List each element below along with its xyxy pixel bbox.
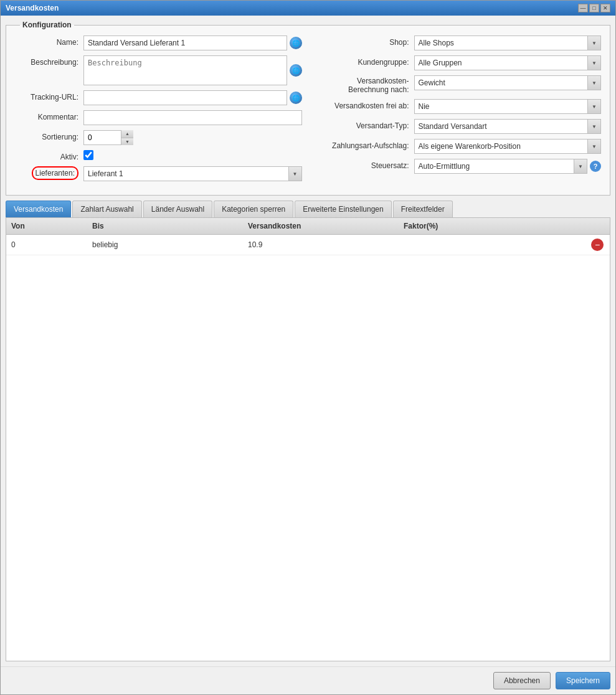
beschreibung-control: 🌐 bbox=[83, 55, 302, 85]
sortierung-down-button[interactable]: ▼ bbox=[121, 138, 133, 146]
tracking-input[interactable] bbox=[83, 90, 287, 105]
versandkosten-berechnung-row: Versandkosten-Berechnung nach: Gewicht ▼ bbox=[315, 75, 602, 94]
kundengruppe-select-wrapper: Alle Gruppen ▼ bbox=[414, 55, 602, 70]
beschreibung-input[interactable] bbox=[83, 55, 287, 85]
tracking-label: Tracking-URL: bbox=[15, 90, 83, 102]
versandkosten-frei-control: Nie ▼ bbox=[414, 99, 602, 114]
tab-zahlart-auswahl[interactable]: Zahlart Auswahl bbox=[72, 201, 141, 217]
aktiv-label: Aktiv: bbox=[15, 150, 83, 161]
window-controls: — □ ✕ bbox=[578, 4, 610, 12]
lieferanten-select[interactable]: Lieferant 1 bbox=[83, 166, 302, 181]
steuersatz-row: Steuersatz: Auto-Ermittlung ▼ ? bbox=[315, 159, 602, 174]
steuersatz-help-icon[interactable]: ? bbox=[590, 161, 601, 172]
col-versandkosten: Versandkosten bbox=[243, 222, 399, 230]
sortierung-up-button[interactable]: ▲ bbox=[121, 130, 133, 138]
col-faktor: Faktor(%) bbox=[399, 222, 585, 230]
tracking-control: 🌐 bbox=[83, 90, 302, 105]
cell-bis: beliebig bbox=[87, 240, 243, 249]
minimize-button[interactable]: — bbox=[578, 4, 588, 12]
sortierung-row: Sortierung: ▲ ▼ bbox=[15, 130, 302, 145]
versandkosten-berechnung-select-wrapper: Gewicht ▼ bbox=[414, 75, 602, 90]
steuersatz-select-wrapper: Auto-Ermittlung ▼ bbox=[414, 159, 588, 174]
tab-versandkosten[interactable]: Versandkosten bbox=[6, 201, 71, 217]
zahlungsart-row: Zahlungsart-Aufschlag: Als eigene Warenk… bbox=[315, 139, 602, 154]
konfiguration-fieldset: Konfiguration Name: 🌐 Beschreibung: bbox=[6, 21, 610, 196]
versandkosten-frei-row: Versandkosten frei ab: Nie ▼ bbox=[315, 99, 602, 114]
remove-row-button[interactable]: − bbox=[591, 239, 604, 251]
name-globe-icon[interactable]: 🌐 bbox=[290, 37, 302, 49]
steuersatz-select[interactable]: Auto-Ermittlung bbox=[414, 159, 588, 174]
window-body: Konfiguration Name: 🌐 Beschreibung: bbox=[1, 16, 615, 666]
tab-content: Von Bis Versandkosten Faktor(%) 0 belieb… bbox=[6, 217, 610, 661]
beschreibung-row: Beschreibung: 🌐 bbox=[15, 55, 302, 85]
shop-row: Shop: Alle Shops ▼ bbox=[315, 35, 602, 50]
versandkosten-frei-select-wrapper: Nie ▼ bbox=[414, 99, 602, 114]
tab-kategorien-sperren[interactable]: Kategorien sperren bbox=[214, 201, 293, 217]
zahlungsart-select[interactable]: Als eigene Warenkorb-Position bbox=[414, 139, 602, 154]
lieferanten-label: Lieferanten: bbox=[32, 166, 78, 180]
aktiv-row: Aktiv: bbox=[15, 150, 302, 161]
sortierung-label: Sortierung: bbox=[15, 130, 83, 141]
versandart-typ-select[interactable]: Standard Versandart bbox=[414, 119, 602, 134]
aktiv-checkbox[interactable] bbox=[83, 150, 93, 160]
name-row: Name: 🌐 bbox=[15, 35, 302, 50]
col-von: Von bbox=[6, 222, 87, 230]
name-label: Name: bbox=[15, 35, 83, 47]
table-row: 0 beliebig 10.9 − bbox=[6, 235, 610, 255]
versandkosten-frei-select[interactable]: Nie bbox=[414, 99, 602, 114]
zahlungsart-label: Zahlungsart-Aufschlag: bbox=[315, 139, 414, 150]
versandkosten-berechnung-select[interactable]: Gewicht bbox=[414, 75, 602, 90]
kundengruppe-select[interactable]: Alle Gruppen bbox=[414, 55, 602, 70]
shop-select-wrapper: Alle Shops ▼ bbox=[414, 35, 602, 50]
steuersatz-control: Auto-Ermittlung ▼ ? bbox=[414, 159, 602, 174]
sortierung-spinner: ▲ ▼ bbox=[83, 130, 133, 145]
versandart-typ-row: Versandart-Typ: Standard Versandart ▼ bbox=[315, 119, 602, 134]
sortierung-control: ▲ ▼ bbox=[83, 130, 302, 145]
beschreibung-globe-icon[interactable]: 🌐 bbox=[290, 64, 302, 77]
kommentar-input[interactable] bbox=[83, 110, 302, 125]
form-grid: Name: 🌐 Beschreibung: 🌐 bbox=[15, 35, 601, 186]
maximize-button[interactable]: □ bbox=[589, 4, 599, 12]
cancel-button[interactable]: Abbrechen bbox=[493, 672, 551, 689]
main-window: Versandkosten — □ ✕ Konfiguration Name: … bbox=[0, 0, 616, 695]
shop-select[interactable]: Alle Shops bbox=[414, 35, 602, 50]
fieldset-legend: Konfiguration bbox=[20, 21, 74, 29]
tabs-bar: Versandkosten Zahlart Auswahl Länder Aus… bbox=[6, 201, 610, 217]
name-input[interactable] bbox=[83, 35, 287, 50]
kommentar-label: Kommentar: bbox=[15, 110, 83, 121]
name-control: 🌐 bbox=[83, 35, 302, 50]
tracking-globe-icon[interactable]: 🌐 bbox=[290, 92, 302, 104]
kundengruppe-label: Kundengruppe: bbox=[315, 55, 414, 67]
zahlungsart-select-wrapper: Als eigene Warenkorb-Position ▼ bbox=[414, 139, 602, 154]
col-bis: Bis bbox=[87, 222, 243, 230]
lieferanten-row: Lieferanten: Lieferant 1 ▼ bbox=[15, 166, 302, 181]
versandkosten-frei-label: Versandkosten frei ab: bbox=[315, 99, 414, 110]
tab-freitextfelder[interactable]: Freitextfelder bbox=[393, 201, 453, 217]
tab-erweiterte-einstellungen[interactable]: Erweiterte Einstellungen bbox=[295, 201, 391, 217]
form-left-column: Name: 🌐 Beschreibung: 🌐 bbox=[15, 35, 302, 186]
sortierung-spinner-buttons: ▲ ▼ bbox=[121, 130, 133, 145]
zahlungsart-control: Als eigene Warenkorb-Position ▼ bbox=[414, 139, 602, 154]
versandart-typ-label: Versandart-Typ: bbox=[315, 119, 414, 130]
kundengruppe-row: Kundengruppe: Alle Gruppen ▼ bbox=[315, 55, 602, 70]
versandkosten-berechnung-control: Gewicht ▼ bbox=[414, 75, 602, 90]
steuersatz-label: Steuersatz: bbox=[315, 159, 414, 170]
form-right-column: Shop: Alle Shops ▼ Kundengruppe bbox=[315, 35, 602, 186]
cell-versandkosten: 10.9 bbox=[243, 240, 399, 249]
col-actions bbox=[585, 222, 610, 230]
table-header: Von Bis Versandkosten Faktor(%) bbox=[6, 218, 610, 235]
title-bar: Versandkosten — □ ✕ bbox=[1, 1, 615, 16]
shop-control: Alle Shops ▼ bbox=[414, 35, 602, 50]
close-button[interactable]: ✕ bbox=[600, 4, 610, 12]
lieferanten-label-wrapper: Lieferanten: bbox=[15, 166, 83, 177]
aktiv-control bbox=[83, 150, 302, 160]
tab-laender-auswahl[interactable]: Länder Auswahl bbox=[143, 201, 212, 217]
kundengruppe-control: Alle Gruppen ▼ bbox=[414, 55, 602, 70]
cell-action: − bbox=[585, 239, 610, 251]
save-button[interactable]: Speichern bbox=[556, 672, 610, 689]
window-title: Versandkosten bbox=[6, 4, 59, 12]
versandart-typ-select-wrapper: Standard Versandart ▼ bbox=[414, 119, 602, 134]
tracking-row: Tracking-URL: 🌐 bbox=[15, 90, 302, 105]
beschreibung-label: Beschreibung: bbox=[15, 55, 83, 67]
kommentar-control bbox=[83, 110, 302, 125]
